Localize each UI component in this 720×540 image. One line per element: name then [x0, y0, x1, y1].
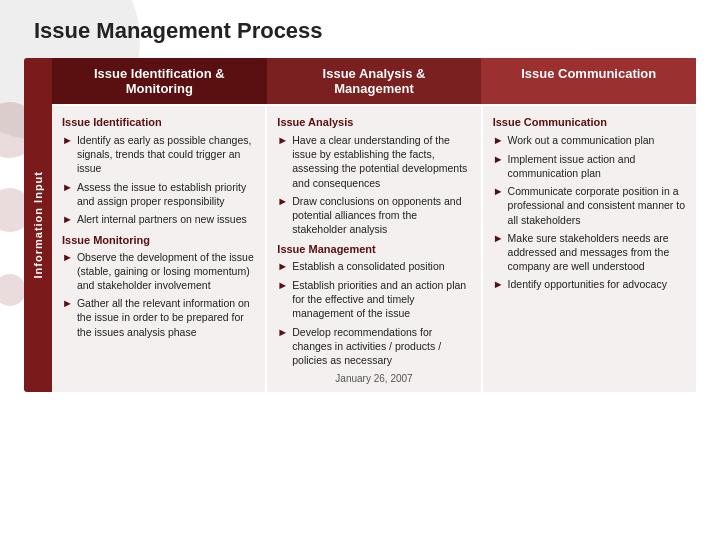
- col3-bullets1: ►Work out a communication plan ►Implemen…: [493, 133, 686, 292]
- col2-subtitle2: Issue Management: [277, 243, 470, 255]
- bullet-arrow: ►: [493, 152, 504, 167]
- date-label: January 26, 2007: [277, 373, 470, 384]
- bullet-arrow: ►: [62, 180, 73, 195]
- bullet-arrow: ►: [277, 133, 288, 148]
- col1-bullets2: ►Observe the development of the issue (s…: [62, 250, 255, 339]
- bullet-arrow: ►: [277, 194, 288, 209]
- header-cell-1: Issue Identification & Monitoring: [52, 58, 267, 104]
- list-item: ►Have a clear understanding of the issue…: [277, 133, 470, 190]
- list-item: ►Establish a consolidated position: [277, 259, 470, 274]
- header-cell-2: Issue Analysis & Management: [267, 58, 482, 104]
- sidebar-label: Information Input: [32, 171, 44, 278]
- col1-subtitle1: Issue Identification: [62, 116, 255, 128]
- col1-subtitle2: Issue Monitoring: [62, 234, 255, 246]
- bullet-arrow: ►: [493, 133, 504, 148]
- list-item: ►Work out a communication plan: [493, 133, 686, 148]
- list-item: ►Gather all the relevant information on …: [62, 296, 255, 339]
- bullet-arrow: ►: [62, 212, 73, 227]
- col2-subtitle1: Issue Analysis: [277, 116, 470, 128]
- col3-subtitle1: Issue Communication: [493, 116, 686, 128]
- table-area: Issue Identification & Monitoring Issue …: [52, 58, 696, 392]
- page-title: Issue Management Process: [24, 18, 696, 44]
- col1-bullets1: ►Identify as early as possible changes, …: [62, 133, 255, 227]
- bullet-arrow: ►: [62, 296, 73, 311]
- bullet-arrow: ►: [493, 231, 504, 246]
- bullet-arrow: ►: [62, 250, 73, 265]
- content-row: Issue Identification ►Identify as early …: [52, 104, 696, 392]
- list-item: ►Make sure stakeholders needs are addres…: [493, 231, 686, 274]
- page-wrapper: Issue Management Process Information Inp…: [0, 0, 720, 402]
- list-item: ►Draw conclusions on opponents and poten…: [277, 194, 470, 237]
- bullet-arrow: ►: [277, 325, 288, 340]
- list-item: ►Alert internal partners on new issues: [62, 212, 255, 227]
- list-item: ►Identify opportunities for advocacy: [493, 277, 686, 292]
- col2-bullets2: ►Establish a consolidated position ►Esta…: [277, 259, 470, 367]
- list-item: ►Establish priorities and an action plan…: [277, 278, 470, 321]
- header-row: Issue Identification & Monitoring Issue …: [52, 58, 696, 104]
- list-item: ►Observe the development of the issue (s…: [62, 250, 255, 293]
- list-item: ►Implement issue action and communicatio…: [493, 152, 686, 180]
- sidebar-label-col: Information Input: [24, 58, 52, 392]
- content-col-2: Issue Analysis ►Have a clear understandi…: [267, 106, 482, 392]
- main-layout: Information Input Issue Identification &…: [24, 58, 696, 392]
- content-col-1: Issue Identification ►Identify as early …: [52, 106, 267, 392]
- bullet-arrow: ►: [277, 259, 288, 274]
- header-cell-3: Issue Communication: [481, 58, 696, 104]
- bullet-arrow: ►: [62, 133, 73, 148]
- bullet-arrow: ►: [493, 184, 504, 199]
- list-item: ►Develop recommendations for changes in …: [277, 325, 470, 368]
- content-col-3: Issue Communication ►Work out a communic…: [483, 106, 696, 392]
- bullet-arrow: ►: [277, 278, 288, 293]
- list-item: ►Identify as early as possible changes, …: [62, 133, 255, 176]
- col2-bullets1: ►Have a clear understanding of the issue…: [277, 133, 470, 236]
- bullet-arrow: ►: [493, 277, 504, 292]
- list-item: ►Communicate corporate position in a pro…: [493, 184, 686, 227]
- list-item: ►Assess the issue to establish priority …: [62, 180, 255, 208]
